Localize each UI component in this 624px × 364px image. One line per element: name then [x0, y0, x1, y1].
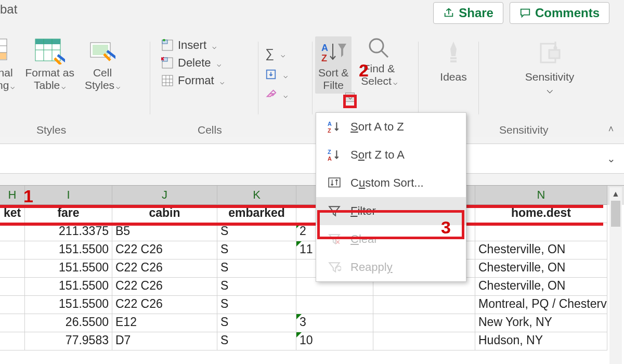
clear-button[interactable] — [265, 84, 308, 104]
cell[interactable] — [0, 278, 25, 296]
cell[interactable] — [0, 296, 25, 314]
format-button[interactable]: Format — [161, 72, 265, 89]
cell[interactable]: S — [217, 296, 296, 314]
cell[interactable] — [373, 296, 475, 314]
cell[interactable] — [0, 332, 25, 350]
sort-az-icon: AZ — [328, 120, 341, 134]
cell[interactable] — [0, 223, 25, 241]
col-j[interactable]: J — [112, 186, 217, 205]
clear-filter-icon — [328, 232, 341, 246]
col-n[interactable]: N — [475, 186, 607, 205]
cell[interactable]: Hudson, NY — [475, 332, 607, 350]
cell[interactable] — [296, 296, 373, 314]
autosum-button[interactable]: ∑ — [265, 43, 308, 64]
cell[interactable]: C22 C26 — [112, 259, 217, 278]
cell[interactable]: S — [217, 332, 296, 350]
cell[interactable] — [373, 332, 475, 350]
vertical-scrollbar[interactable]: ▲ — [609, 187, 622, 364]
cell[interactable]: Chesterville, ON — [475, 241, 607, 259]
cell[interactable]: 151.5500 — [25, 296, 112, 314]
cell[interactable] — [0, 314, 25, 332]
insert-button[interactable]: Insert — [161, 36, 265, 54]
cell[interactable]: Chesterville, ON — [475, 278, 607, 296]
hdr-cabin[interactable]: cabin — [112, 205, 217, 223]
svg-rect-9 — [35, 39, 60, 44]
delete-icon — [161, 57, 174, 69]
cell[interactable]: 211.3375 — [25, 223, 112, 241]
comments-button[interactable]: Comments — [510, 2, 609, 24]
cell[interactable] — [475, 223, 607, 241]
cell[interactable]: E12 — [112, 314, 217, 332]
cell[interactable]: S — [217, 223, 296, 241]
fill-button[interactable] — [265, 64, 308, 84]
sort-filter-icon: AZ — [320, 41, 346, 64]
cell[interactable]: 151.5500 — [25, 278, 112, 296]
sort-filter-button[interactable]: AZ Sort & Filte ⌵ — [315, 36, 352, 94]
svg-text:A: A — [321, 43, 328, 53]
scroll-thumb[interactable] — [611, 201, 620, 227]
sort-filter-dropdown[interactable]: ⌵ — [345, 93, 355, 102]
formula-bar[interactable]: ⌄ — [0, 144, 624, 174]
cell[interactable]: 151.5500 — [25, 241, 112, 259]
find-select-icon — [367, 36, 391, 60]
menu-sort-az[interactable]: AZ Sort A to Z — [316, 113, 466, 141]
delete-button[interactable]: Delete — [161, 54, 265, 72]
cell[interactable]: New York, NY — [475, 314, 607, 332]
reapply-icon — [328, 261, 341, 274]
conditional-formatting-icon — [0, 38, 14, 64]
hdr-ticket[interactable]: ket — [0, 205, 25, 223]
cell[interactable]: S — [217, 241, 296, 259]
cell[interactable]: C22 C26 — [112, 278, 217, 296]
hdr-fare[interactable]: fare — [25, 205, 112, 223]
menu-sort-za[interactable]: ZA Sort Z to A — [316, 141, 466, 169]
ideas-icon — [441, 41, 465, 69]
cell-styles-button[interactable]: Cell Styles — [85, 38, 120, 92]
menu-reapply: Reapply — [316, 253, 466, 281]
table-row[interactable]: 26.5500E12S3New York, NY — [0, 314, 624, 332]
format-as-table-icon — [35, 38, 65, 64]
table-row[interactable]: 151.5500C22 C26SMontreal, PQ / Chestervi… — [0, 296, 624, 314]
cell[interactable]: B5 — [112, 223, 217, 241]
cell[interactable]: S — [217, 278, 296, 296]
table-row[interactable]: 77.9583D7S10Hudson, NY — [0, 332, 624, 350]
cell[interactable]: 10 — [296, 332, 373, 350]
menu-custom-sort[interactable]: Custom Sort... — [316, 169, 466, 197]
annotation-3: 3 — [441, 217, 451, 238]
col-i[interactable]: I — [25, 186, 112, 205]
sort-filter-menu: AZ Sort A to Z ZA Sort Z to A Custom Sor… — [316, 112, 466, 282]
table-header-row[interactable]: ket fare cabin embarked bo home.dest — [0, 205, 624, 223]
cell[interactable] — [0, 241, 25, 259]
cell[interactable]: Montreal, PQ / Chesterville, ON — [475, 296, 607, 314]
table-row[interactable]: 151.5500C22 C26SChesterville, ON — [0, 259, 624, 278]
cell[interactable] — [0, 259, 25, 278]
hdr-homedest[interactable]: home.dest — [475, 205, 607, 223]
cell[interactable]: Chesterville, ON — [475, 259, 607, 278]
table-row[interactable]: 151.5500C22 C26S11Chesterville, ON — [0, 241, 624, 259]
collapse-ribbon-button[interactable]: ＾ — [605, 123, 617, 138]
share-button[interactable]: Share — [433, 2, 503, 24]
filter-icon — [328, 204, 341, 218]
col-k[interactable]: K — [217, 186, 296, 205]
cell[interactable]: S — [217, 314, 296, 332]
table-row[interactable]: 151.5500C22 C26SChesterville, ON — [0, 278, 624, 296]
cell[interactable]: C22 C26 — [112, 296, 217, 314]
cell[interactable]: D7 — [112, 332, 217, 350]
cell[interactable]: C22 C26 — [112, 241, 217, 259]
cell[interactable]: S — [217, 259, 296, 278]
cell[interactable]: 26.5500 — [25, 314, 112, 332]
conditional-formatting-button[interactable]: itional atting — [0, 38, 15, 92]
cell[interactable]: 151.5500 — [25, 259, 112, 278]
ideas-button[interactable]: Ideas — [427, 41, 479, 83]
format-as-table-button[interactable]: Format as Table — [25, 38, 74, 92]
scroll-up-button[interactable]: ▲ — [609, 187, 622, 199]
cell[interactable]: 3 — [296, 314, 373, 332]
formula-bar-expand[interactable]: ⌄ — [607, 152, 616, 165]
column-headers[interactable]: H I J K L M N — [0, 185, 624, 205]
cell[interactable] — [373, 314, 475, 332]
cell[interactable]: 77.9583 — [25, 332, 112, 350]
spreadsheet-grid[interactable]: H I J K L M N ket fare cabin embarked bo… — [0, 185, 624, 364]
table-row[interactable]: 211.3375B5S2 — [0, 223, 624, 241]
col-h[interactable]: H — [0, 186, 25, 205]
sensitivity-button[interactable]: Sensitivity ⌵ — [485, 41, 615, 96]
hdr-embarked[interactable]: embarked — [217, 205, 296, 223]
